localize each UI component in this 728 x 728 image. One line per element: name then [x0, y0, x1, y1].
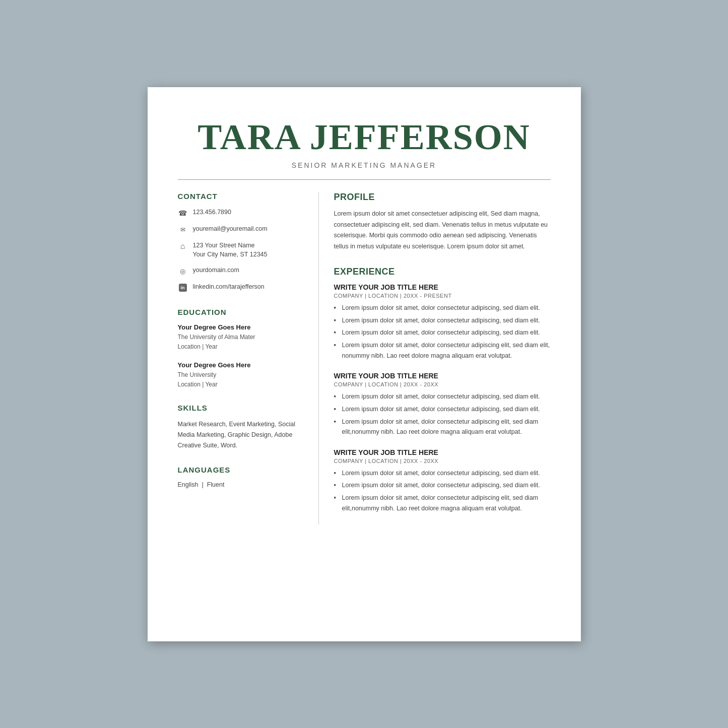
language-item-1: English | Fluent	[178, 481, 303, 488]
contact-website: yourdomain.com	[178, 266, 303, 276]
profile-section: PROFILE Lorem ipsum dolor sit amet conse…	[334, 192, 551, 253]
header-divider	[178, 179, 551, 180]
skills-heading: SKILLS	[178, 404, 303, 412]
phone-text: 123.456.7890	[193, 208, 231, 217]
contact-section: CONTACT 123.456.7890 youremail@youremail…	[178, 192, 303, 293]
bullet-1-2: Lorem ipsum dolor sit amet, dolor consec…	[334, 315, 551, 326]
linkedin-icon: in	[178, 283, 188, 293]
job-title-3: WRITE YOUR JOB TITLE HERE	[334, 448, 551, 456]
job-meta-3: COMPANY | LOCATION | 20XX - 20XX	[334, 458, 551, 464]
resume-body: CONTACT 123.456.7890 youremail@youremail…	[178, 192, 551, 525]
job-item-3: WRITE YOUR JOB TITLE HERE COMPANY | LOCA…	[334, 448, 551, 514]
job-bullets-1: Lorem ipsum dolor sit amet, dolor consec…	[334, 303, 551, 361]
job-title-1: WRITE YOUR JOB TITLE HERE	[334, 283, 551, 291]
contact-email: youremail@youremail.com	[178, 224, 303, 235]
profile-text: Lorem ipsum dolor sit amet consectetuer …	[334, 209, 551, 253]
edu-location-2: Location | Year	[178, 380, 303, 389]
degree-2: Your Degree Goes Here	[178, 361, 303, 369]
profile-heading: PROFILE	[334, 192, 551, 203]
right-column: PROFILE Lorem ipsum dolor sit amet conse…	[319, 192, 551, 525]
job-bullets-2: Lorem ipsum dolor sit amet, dolor consec…	[334, 391, 551, 437]
job-title-2: WRITE YOUR JOB TITLE HERE	[334, 372, 551, 380]
degree-1: Your Degree Goes Here	[178, 323, 303, 331]
phone-icon	[178, 208, 188, 218]
web-icon	[178, 266, 188, 276]
job-item-1: WRITE YOUR JOB TITLE HERE COMPANY | LOCA…	[334, 283, 551, 361]
skills-text: Market Research, Event Marketing, Social…	[178, 419, 303, 451]
job-meta-1: COMPANY | LOCATION | 20XX - PRESENT	[334, 293, 551, 299]
education-item-1: Your Degree Goes Here The University of …	[178, 323, 303, 352]
website-text: yourdomain.com	[193, 266, 239, 275]
school-2: The University	[178, 370, 303, 380]
bullet-1-4: Lorem ipsum dolor sit amet, dolor consec…	[334, 340, 551, 361]
linkedin-text: linkedin.com/tarajefferson	[193, 282, 264, 292]
edu-location-1: Location | Year	[178, 342, 303, 352]
skills-section: SKILLS Market Research, Event Marketing,…	[178, 404, 303, 451]
bullet-1-1: Lorem ipsum dolor sit amet, dolor consec…	[334, 303, 551, 313]
contact-address: 123 Your Street Name Your City Name, ST …	[178, 241, 303, 260]
bullet-2-1: Lorem ipsum dolor sit amet, dolor consec…	[334, 391, 551, 402]
experience-heading: EXPERIENCE	[334, 267, 551, 277]
bullet-3-3: Lorem ipsum dolor sit amet, dolor consec…	[334, 493, 551, 513]
resume-document: TARA JEFFERSON SENIOR MARKETING MANAGER …	[148, 87, 581, 641]
home-icon	[178, 241, 188, 251]
school-1: The University of Alma Mater	[178, 333, 303, 342]
email-icon	[178, 225, 188, 235]
education-heading: EDUCATION	[178, 308, 303, 316]
left-column: CONTACT 123.456.7890 youremail@youremail…	[178, 192, 319, 525]
email-text: youremail@youremail.com	[193, 224, 268, 234]
bullet-3-2: Lorem ipsum dolor sit amet, dolor consec…	[334, 480, 551, 491]
bullet-1-3: Lorem ipsum dolor sit amet, dolor consec…	[334, 327, 551, 338]
contact-linkedin: in linkedin.com/tarajefferson	[178, 282, 303, 293]
education-section: EDUCATION Your Degree Goes Here The Univ…	[178, 308, 303, 389]
address-text: 123 Your Street Name Your City Name, ST …	[193, 241, 268, 260]
contact-phone: 123.456.7890	[178, 208, 303, 218]
resume-header: TARA JEFFERSON SENIOR MARKETING MANAGER	[178, 117, 551, 169]
education-item-2: Your Degree Goes Here The University Loc…	[178, 361, 303, 389]
job-bullets-3: Lorem ipsum dolor sit amet, dolor consec…	[334, 468, 551, 514]
contact-heading: CONTACT	[178, 192, 303, 201]
job-meta-2: COMPANY | LOCATION | 20XX - 20XX	[334, 381, 551, 387]
bullet-2-3: Lorem ipsum dolor sit amet, dolor consec…	[334, 417, 551, 437]
bullet-2-2: Lorem ipsum dolor sit amet, dolor consec…	[334, 404, 551, 415]
job-item-2: WRITE YOUR JOB TITLE HERE COMPANY | LOCA…	[334, 372, 551, 437]
languages-heading: LANGUAGES	[178, 466, 303, 474]
bullet-3-1: Lorem ipsum dolor sit amet, dolor consec…	[334, 468, 551, 479]
languages-section: LANGUAGES English | Fluent	[178, 466, 303, 488]
applicant-name: TARA JEFFERSON	[178, 117, 551, 157]
applicant-title: SENIOR MARKETING MANAGER	[178, 161, 551, 169]
experience-section: EXPERIENCE WRITE YOUR JOB TITLE HERE COM…	[334, 267, 551, 513]
